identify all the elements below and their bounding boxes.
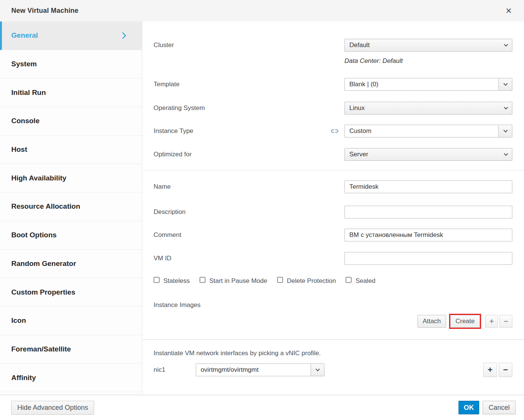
template-value[interactable]: Blank | (0) xyxy=(344,78,499,91)
template-combobox: Blank | (0) xyxy=(344,78,512,91)
template-dropdown-button[interactable] xyxy=(498,78,512,91)
attach-button[interactable]: Attach xyxy=(417,315,446,328)
start-in-pause-mode-option: Start in Pause Mode xyxy=(200,277,267,285)
close-icon[interactable]: ✕ xyxy=(502,5,515,16)
sidebar-item-general[interactable]: General xyxy=(0,21,142,50)
create-button-highlight: Create xyxy=(449,314,481,329)
cluster-select-value: Default xyxy=(349,41,370,49)
sidebar-item-label: General xyxy=(11,31,38,40)
sidebar-item-icon[interactable]: Icon xyxy=(0,307,142,335)
sidebar-item-affinity[interactable]: Affinity xyxy=(0,363,142,392)
operating-system-row: Operating System Linux xyxy=(154,102,512,115)
sidebar-item-label: Host xyxy=(11,145,27,154)
sealed-label: Sealed xyxy=(355,277,375,285)
instance-type-label: Instance Type xyxy=(154,127,344,135)
remove-disk-button[interactable]: − xyxy=(500,315,512,328)
chevron-down-icon xyxy=(315,367,320,371)
chevron-down-icon xyxy=(503,128,507,132)
delete-protection-checkbox[interactable] xyxy=(277,277,283,283)
comment-input[interactable] xyxy=(344,229,512,241)
optimized-for-row: Optimized for Server xyxy=(154,148,512,161)
vnic-profile-dropdown-button[interactable] xyxy=(311,363,324,376)
sidebar-item-resource-allocation[interactable]: Resource Allocation xyxy=(0,192,142,221)
nic1-row: nic1 ovirtmgmt/ovirtmgmt + − xyxy=(154,363,512,377)
nic1-label: nic1 xyxy=(154,366,196,374)
sidebar-item-system[interactable]: System xyxy=(0,50,142,79)
cancel-button[interactable]: Cancel xyxy=(483,401,516,414)
add-disk-button[interactable]: + xyxy=(485,315,498,328)
vm-id-input[interactable] xyxy=(344,252,512,265)
data-center-helper-text: Data Center: Default xyxy=(344,57,512,65)
chevron-down-icon xyxy=(503,81,507,86)
delete-protection-label: Delete Protection xyxy=(287,277,336,285)
name-row: Name xyxy=(154,180,512,193)
description-label: Description xyxy=(154,208,344,216)
sidebar-item-label: Affinity xyxy=(11,374,36,382)
sidebar-item-high-availability[interactable]: High Availability xyxy=(0,164,142,192)
sealed-option: Sealed xyxy=(346,277,375,285)
name-label: Name xyxy=(154,183,344,191)
optimized-for-value: Server xyxy=(349,151,368,158)
sidebar-item-label: Icon xyxy=(11,316,26,325)
new-vm-dialog: New Virtual Machine ✕ General System Ini… xyxy=(0,0,524,420)
sidebar-item-label: Custom Properties xyxy=(11,288,75,296)
delete-protection-option: Delete Protection xyxy=(277,277,336,285)
instance-type-row: Instance Type Custom xyxy=(154,125,512,137)
chevron-down-icon xyxy=(504,42,508,46)
plus-icon: + xyxy=(488,366,493,374)
sidebar-item-label: Random Generator xyxy=(11,260,76,268)
unlink-icon[interactable] xyxy=(330,128,339,134)
stateless-label: Stateless xyxy=(163,277,190,285)
vnic-profile-value[interactable]: ovirtmgmt/ovirtmgmt xyxy=(196,363,311,376)
sidebar-item-label: Foreman/Satellite xyxy=(11,345,71,353)
template-row: Template Blank | (0) xyxy=(154,78,512,91)
chevron-right-icon xyxy=(119,32,126,39)
stateless-option: Stateless xyxy=(154,277,190,285)
optimized-for-label: Optimized for xyxy=(154,151,344,158)
sidebar-item-random-generator[interactable]: Random Generator xyxy=(0,250,142,278)
hide-advanced-options-button[interactable]: Hide Advanced Options xyxy=(11,401,94,415)
dialog-footer: Hide Advanced Options OK Cancel xyxy=(0,395,524,420)
stateless-checkbox[interactable] xyxy=(154,277,160,283)
sidebar-item-label: Resource Allocation xyxy=(11,202,80,211)
operating-system-value: Linux xyxy=(349,104,365,112)
sidebar-item-foreman-satellite[interactable]: Foreman/Satellite xyxy=(0,335,142,364)
dialog-header: New Virtual Machine ✕ xyxy=(0,0,524,21)
vm-flags-row: Stateless Start in Pause Mode Delete Pro… xyxy=(154,277,512,285)
instance-type-dropdown-button[interactable] xyxy=(498,125,512,137)
sidebar-item-console[interactable]: Console xyxy=(0,107,142,136)
comment-label: Comment xyxy=(154,231,344,239)
cluster-label: Cluster xyxy=(154,41,344,49)
sidebar-item-host[interactable]: Host xyxy=(0,136,142,164)
chevron-down-icon xyxy=(504,105,508,109)
sidebar-item-label: Console xyxy=(11,117,40,125)
vnic-profile-combobox: ovirtmgmt/ovirtmgmt xyxy=(196,363,324,376)
create-button[interactable]: Create xyxy=(450,315,480,328)
start-in-pause-mode-label: Start in Pause Mode xyxy=(209,277,267,285)
sidebar-item-label: Boot Options xyxy=(11,231,56,239)
remove-nic-button[interactable]: − xyxy=(499,363,512,377)
sealed-checkbox[interactable] xyxy=(346,277,352,283)
ok-button[interactable]: OK xyxy=(458,401,479,414)
add-nic-button[interactable]: + xyxy=(483,363,497,377)
optimized-for-select[interactable]: Server xyxy=(344,148,512,161)
instance-type-value[interactable]: Custom xyxy=(344,125,499,137)
description-input[interactable] xyxy=(344,206,512,218)
sidebar-item-custom-properties[interactable]: Custom Properties xyxy=(0,278,142,307)
cluster-select[interactable]: Default xyxy=(344,39,512,52)
sidebar-item-label: Initial Run xyxy=(11,89,46,97)
template-label: Template xyxy=(154,81,344,88)
sidebar-item-boot-options[interactable]: Boot Options xyxy=(0,221,142,250)
operating-system-select[interactable]: Linux xyxy=(344,102,512,115)
operating-system-label: Operating System xyxy=(154,104,344,112)
vm-id-row: VM ID xyxy=(154,252,512,265)
instance-images-toolbar: Attach Create + − xyxy=(154,314,512,329)
dialog-sidebar: General System Initial Run Console Host … xyxy=(0,21,142,395)
start-in-pause-mode-checkbox[interactable] xyxy=(200,277,206,283)
name-input[interactable] xyxy=(344,180,512,193)
minus-icon: − xyxy=(504,318,508,325)
instance-type-combobox: Custom xyxy=(344,125,512,137)
sidebar-item-initial-run[interactable]: Initial Run xyxy=(0,78,142,107)
chevron-down-icon xyxy=(504,151,508,156)
minus-icon: − xyxy=(503,366,508,374)
